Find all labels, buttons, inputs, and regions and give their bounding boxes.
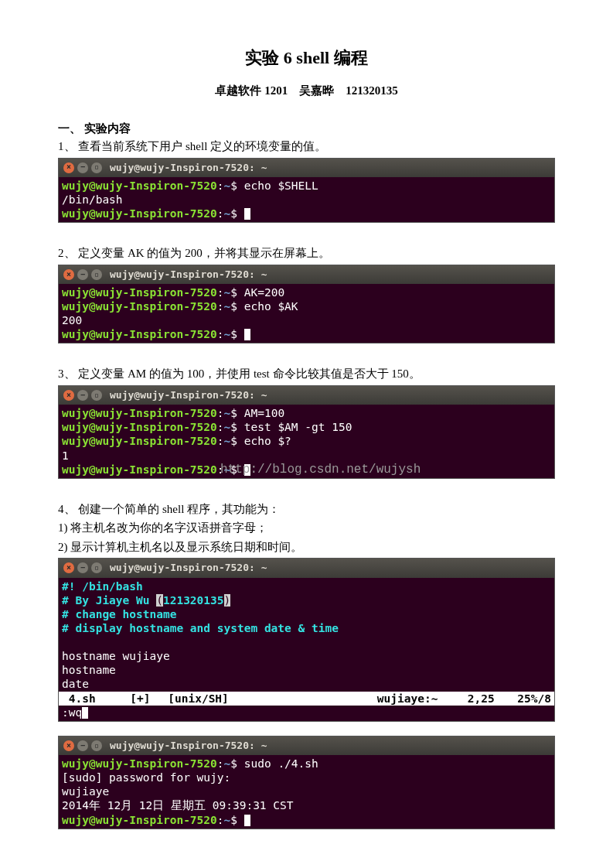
terminal-titlebar: × − ▫ wujy@wujy-Inspiron-7520: ~ xyxy=(59,159,554,177)
terminal-title: wujy@wujy-Inspiron-7520: ~ xyxy=(110,740,267,752)
close-icon[interactable]: × xyxy=(63,269,74,280)
question-4-sub1: 1) 将主机名改为你的名字汉语拼音字母； xyxy=(58,519,555,537)
maximize-icon[interactable]: ▫ xyxy=(91,162,102,173)
maximize-icon[interactable]: ▫ xyxy=(91,390,102,401)
terminal-title: wujy@wujy-Inspiron-7520: ~ xyxy=(110,389,267,402)
editor-body[interactable]: #! /bin/bash # By Jiaye Wu (121320135) #… xyxy=(59,578,554,721)
terminal-1: × − ▫ wujy@wujy-Inspiron-7520: ~ wujy@wu… xyxy=(58,158,555,224)
minimize-icon[interactable]: − xyxy=(77,740,88,751)
minimize-icon[interactable]: − xyxy=(77,269,88,280)
question-4-sub2: 2) 显示计算机主机名以及显示系统日期和时间。 xyxy=(58,538,555,556)
terminal-body[interactable]: wujy@wujy-Inspiron-7520:~$ AM=100 wujy@w… xyxy=(59,405,554,478)
terminal-body[interactable]: wujy@wujy-Inspiron-7520:~$ echo $SHELL /… xyxy=(59,177,554,222)
minimize-icon[interactable]: − xyxy=(77,562,88,573)
close-icon[interactable]: × xyxy=(63,562,74,573)
close-icon[interactable]: × xyxy=(63,390,74,401)
terminal-titlebar: × − ▫ wujy@wujy-Inspiron-7520: ~ xyxy=(59,265,554,284)
minimize-icon[interactable]: − xyxy=(77,390,88,401)
terminal-5-run: × − ▫ wujy@wujy-Inspiron-7520: ~ wujy@wu… xyxy=(58,736,555,829)
doc-subtitle: 卓越软件 1201 吴嘉晔 121320135 xyxy=(58,84,555,98)
terminal-title: wujy@wujy-Inspiron-7520: ~ xyxy=(110,268,267,281)
question-2: 2、 定义变量 AK 的值为 200，并将其显示在屏幕上。 xyxy=(58,244,555,262)
doc-title: 实验 6 shell 编程 xyxy=(58,46,555,70)
terminal-titlebar: × − ▫ wujy@wujy-Inspiron-7520: ~ xyxy=(59,559,554,577)
terminal-2: × − ▫ wujy@wujy-Inspiron-7520: ~ wujy@wu… xyxy=(58,265,555,344)
question-1: 1、 查看当前系统下用户 shell 定义的环境变量的值。 xyxy=(58,138,555,155)
terminal-3: × − ▫ wujy@wujy-Inspiron-7520: ~ wujy@wu… xyxy=(58,385,555,479)
terminal-titlebar: × − ▫ wujy@wujy-Inspiron-7520: ~ xyxy=(59,386,554,405)
maximize-icon[interactable]: ▫ xyxy=(91,269,102,280)
terminal-title: wujy@wujy-Inspiron-7520: ~ xyxy=(110,562,267,574)
maximize-icon[interactable]: ▫ xyxy=(91,562,102,573)
terminal-4-editor: × − ▫ wujy@wujy-Inspiron-7520: ~ #! /bin… xyxy=(58,558,555,722)
terminal-body[interactable]: wujy@wujy-Inspiron-7520:~$ AK=200 wujy@w… xyxy=(59,284,554,343)
question-3: 3、 定义变量 AM 的值为 100，并使用 test 命令比较其值是否大于 1… xyxy=(58,365,555,383)
close-icon[interactable]: × xyxy=(63,740,74,751)
editor-statusline: 4.sh[+][unix/SH]wujiaye:~2,2525%/8 xyxy=(59,692,554,706)
terminal-body[interactable]: wujy@wujy-Inspiron-7520:~$ sudo ./4.sh [… xyxy=(59,755,554,829)
question-4: 4、 创建一个简单的 shell 程序，其功能为： xyxy=(58,501,555,518)
close-icon[interactable]: × xyxy=(63,162,74,173)
minimize-icon[interactable]: − xyxy=(77,162,88,173)
terminal-title: wujy@wujy-Inspiron-7520: ~ xyxy=(110,162,267,174)
maximize-icon[interactable]: ▫ xyxy=(91,740,102,751)
terminal-titlebar: × − ▫ wujy@wujy-Inspiron-7520: ~ xyxy=(59,736,554,755)
section-1-heading: 一、 实验内容 xyxy=(58,121,555,136)
